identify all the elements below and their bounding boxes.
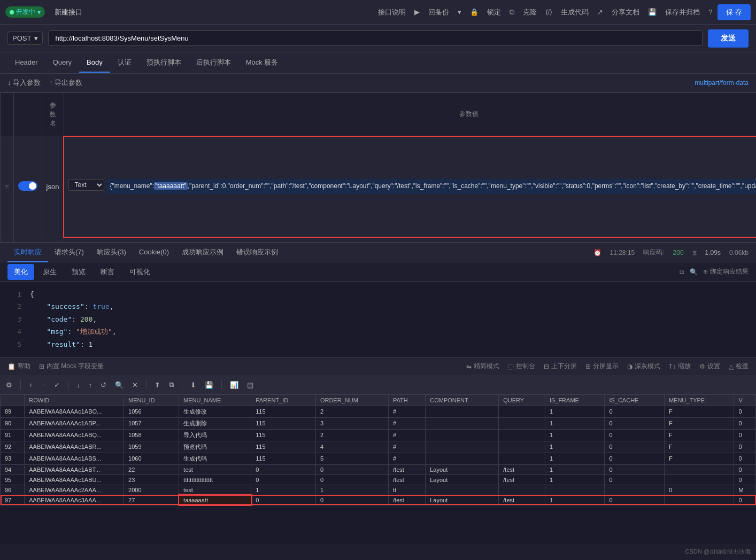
table-row[interactable]: 95AABElWAA8AAAAc1ABU...23ttttttttttttttt…	[1, 475, 756, 485]
help-icon[interactable]: ?	[708, 8, 712, 16]
viewer-tab-preview[interactable]: 预览	[65, 264, 92, 280]
method-selector[interactable]: POST ▾	[7, 32, 43, 45]
shrink-link[interactable]: T↕ 缩放	[669, 362, 691, 371]
param-value-1[interactable]: TextFileJSON {"menu_name":"taaaaaatt","p…	[64, 136, 756, 237]
table-row[interactable]: 93AABElWAA8AAAAc1ABS...1060生成代码1155#10F0	[1, 453, 756, 464]
tab-cookie[interactable]: Cookie(0)	[133, 244, 175, 261]
row-toggle-1[interactable]	[13, 136, 42, 237]
generate-code-link[interactable]: 生成代码	[561, 7, 589, 17]
save-button[interactable]: 保 存	[718, 4, 751, 20]
col-menu-id[interactable]: MENU_ID	[124, 394, 179, 406]
run-icon[interactable]: ▶	[414, 8, 420, 16]
check-link[interactable]: △ 检查	[729, 362, 749, 371]
col-is-frame[interactable]: IS_FRAME	[545, 394, 605, 406]
api-doc-link[interactable]: 接口说明	[378, 7, 406, 17]
backup-link[interactable]: 回备份	[428, 7, 449, 17]
row-toggle-2[interactable]	[13, 237, 42, 243]
clone-link[interactable]: 克隆	[523, 7, 537, 17]
tab-mock[interactable]: Mock 服务	[238, 52, 286, 74]
db-settings-btn[interactable]: ⚙	[3, 380, 15, 390]
save-publish-link[interactable]: 保存并归档	[665, 7, 700, 17]
db-export-btn[interactable]: ⬆	[152, 380, 163, 390]
tab-request-headers[interactable]: 请求头(7)	[48, 243, 90, 262]
help-link[interactable]: 📋 帮助	[7, 362, 30, 371]
tab-body[interactable]: Body	[79, 53, 110, 73]
db-import-btn[interactable]: ⬇	[188, 380, 199, 390]
viewer-tab-raw[interactable]: 原生	[36, 264, 63, 280]
db-clear-btn[interactable]: ✕	[129, 380, 141, 390]
viewer-actions: ⧉ 🔍 ⊕ 绑定响应结果	[680, 267, 749, 276]
col-menu-name[interactable]: MENU_NAME	[179, 394, 251, 406]
search-icon[interactable]: 🔍	[690, 268, 698, 276]
tab-post-script[interactable]: 后执行脚本	[189, 52, 238, 74]
db-remove-btn[interactable]: −	[39, 380, 49, 390]
table-cell: 1060	[124, 453, 179, 464]
table-cell	[426, 453, 499, 464]
db-confirm-btn[interactable]: ✓	[51, 380, 63, 390]
table-row[interactable]: 90AABElWAA8AAAAc1ABP...1057生成删除1153#10F0	[1, 417, 756, 429]
tab-auth[interactable]: 认证	[110, 52, 139, 74]
table-row[interactable]: 89AABElWAA8AAAAc1ABO...1056生成修改1152#10F0	[1, 406, 756, 417]
env-selector[interactable]: 开发中 ▾	[5, 6, 45, 18]
col-rowid[interactable]: ROWID	[25, 394, 124, 406]
table-cell	[499, 406, 545, 417]
drag-handle-2[interactable]: ≡	[1, 237, 14, 243]
tab-success-example[interactable]: 成功响应示例	[175, 243, 230, 262]
table-cell: 0	[605, 429, 665, 441]
copy-icon[interactable]: ⧉	[680, 268, 684, 276]
db-save-btn[interactable]: 💾	[202, 380, 216, 390]
db-search-btn[interactable]: 🔍	[112, 380, 126, 390]
tab-header[interactable]: Header	[7, 53, 45, 73]
console-link[interactable]: ⬚ 控制台	[508, 362, 535, 371]
viewer-tab-beautify[interactable]: 美化	[7, 264, 34, 280]
tab-query[interactable]: Query	[45, 53, 79, 73]
bind-response-link[interactable]: ⊕ 绑定响应结果	[703, 267, 749, 276]
tab-realtime-response[interactable]: 实时响应	[7, 243, 48, 262]
share-doc-link[interactable]: 分享文档	[612, 7, 639, 17]
table-row[interactable]: 91AABElWAA8AAAAc1ABQ...1058导入代码1152#10F0	[1, 429, 756, 441]
shrink-icon: T↕	[669, 363, 676, 370]
db-copy-btn[interactable]: ⧉	[166, 379, 176, 390]
line-num: 4	[11, 325, 21, 338]
col-query[interactable]: QUERY	[499, 394, 545, 406]
tab-pre-script[interactable]: 预执行脚本	[139, 52, 189, 74]
col-is-cache[interactable]: IS_CACHE	[605, 394, 665, 406]
gray-mode-link[interactable]: ◑ 深灰模式	[627, 362, 660, 371]
db-refresh-btn[interactable]: ↺	[98, 380, 109, 390]
drag-handle[interactable]: ≡	[1, 136, 14, 237]
export-params-link[interactable]: ↑ 导出参数	[49, 78, 82, 88]
mock-vars-link[interactable]: ⊞ 内置 Mock 字段变量	[39, 362, 104, 371]
col-v[interactable]: V	[734, 394, 756, 406]
new-interface-button[interactable]: 新建接口	[50, 5, 87, 19]
col-menu-type[interactable]: MENU_TYPE	[664, 394, 734, 406]
table-cell: 0	[734, 475, 756, 485]
table-row[interactable]: 96AABElWAA8AAAAc2AAA...2000test11tt0M	[1, 485, 756, 495]
url-input[interactable]	[48, 30, 703, 46]
db-view-btn[interactable]: ▤	[244, 380, 256, 390]
param-type-select-1[interactable]: TextFileJSON	[68, 179, 104, 191]
table-row[interactable]: 97AABElWAA8AAAAc3AAA...27taaaaaatt00/tes…	[1, 495, 756, 505]
split-horizontal-link[interactable]: ⊞ 分屏显示	[585, 362, 619, 371]
import-params-link[interactable]: ↓ 导入参数	[7, 78, 41, 88]
toggle-switch[interactable]	[18, 181, 37, 191]
db-add-btn[interactable]: +	[26, 380, 36, 390]
lock-link[interactable]: 锁定	[487, 7, 501, 17]
send-button[interactable]: 发送	[708, 29, 749, 48]
col-component[interactable]: COMPONENT	[426, 394, 499, 406]
db-move-down-btn[interactable]: ↓	[74, 380, 83, 390]
tab-error-example[interactable]: 错误响应示例	[230, 243, 284, 262]
param-value-2[interactable]: TextFileJSON d":0,"order_num":"","path":…	[64, 237, 756, 243]
col-parent-id[interactable]: PARENT_ID	[251, 394, 316, 406]
db-move-up-btn[interactable]: ↑	[86, 380, 95, 390]
viewer-tab-assert[interactable]: 断言	[94, 264, 121, 280]
split-vertical-link[interactable]: ⊟ 上下分屏	[544, 362, 577, 371]
db-chart-btn[interactable]: 📊	[227, 380, 241, 390]
tab-response-headers[interactable]: 响应头(3)	[90, 243, 133, 262]
table-row[interactable]: 94AABElWAA8AAAAc1ABT...22test00/testLayo…	[1, 464, 756, 475]
col-path[interactable]: PATH	[389, 394, 426, 406]
settings-link[interactable]: ⚙ 设置	[699, 362, 720, 371]
simple-mode-link[interactable]: ⇋ 精简模式	[466, 362, 499, 371]
col-order-num[interactable]: ORDER_NUM	[315, 394, 388, 406]
table-row[interactable]: 92AABElWAA8AAAAc1ABR...1059预览代码1154#10F0	[1, 441, 756, 453]
viewer-tab-visual[interactable]: 可视化	[123, 264, 157, 280]
